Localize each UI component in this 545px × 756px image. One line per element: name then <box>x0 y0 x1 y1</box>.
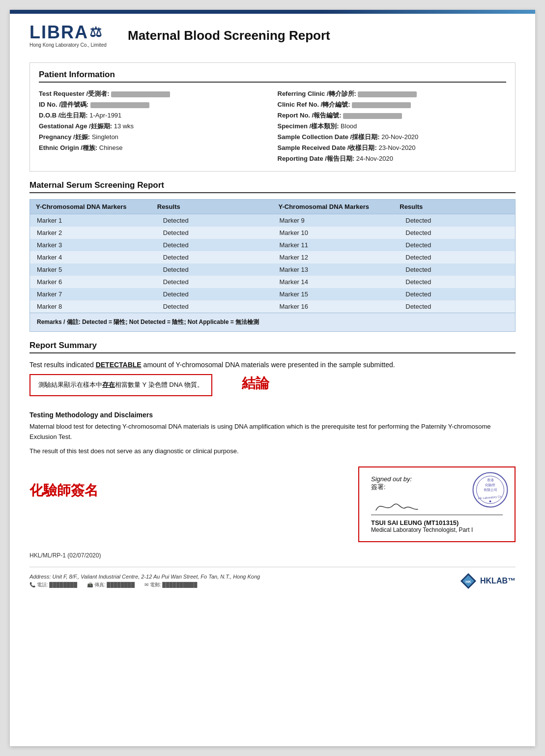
marker-row-4-col-0: Marker 5 <box>30 263 151 276</box>
header: LIBRA ⚖ Hong Kong Laboratory Co., Limite… <box>29 24 516 53</box>
sign-line <box>371 495 503 515</box>
marker-row-7-col-3: Detected <box>394 300 515 313</box>
info-row-pregnancy: Pregnancy /妊娠: Singleton <box>39 132 268 143</box>
chemist-label: 化驗師簽名 <box>29 481 98 500</box>
signature-area: 化驗師簽名 香港 化驗所 有限公司 HK Laboratory Co. Sign… <box>29 466 516 542</box>
col3-header: Y-Chromosomal DNA Markers <box>273 200 394 214</box>
marker-row-4-col-1: Detected <box>151 263 273 276</box>
info-row-sampledate: Sample Collection Date /採樣日期: 20-Nov-202… <box>278 132 507 143</box>
footer-ref: HKL/ML/RP-1 (02/07/2020) <box>29 552 516 559</box>
methodology-para2: The result of this test does not serve a… <box>29 446 516 457</box>
info-row-requester: Test Requester /受測者: <box>39 88 268 99</box>
marker-row-2-col-2: Marker 11 <box>273 239 394 251</box>
methodology-section: Testing Methodology and Disclaimers Mate… <box>29 411 516 456</box>
info-row-ethnic: Ethnic Origin /種族: Chinese <box>39 143 268 153</box>
marker-row-7-col-0: Marker 8 <box>30 300 151 313</box>
marker-row-1-col-1: Detected <box>151 227 273 239</box>
info-row-idno: ID No. /證件號碼: <box>39 99 268 110</box>
info-row-specimen: Specimen /樣本類別: Blood <box>278 121 507 132</box>
info-row-gest: Gestational Age /妊娠期: 13 wks <box>39 121 268 132</box>
footer-tel: 📞 電話: ████████ <box>29 582 77 588</box>
patient-info-title: Patient Information <box>39 70 506 83</box>
info-row-reporting: Reporting Date /報告日期: 24-Nov-2020 <box>278 153 507 164</box>
report-title: Maternal Blood Screening Report <box>128 28 330 43</box>
markers-outer: Y-Chromosomal DNA Markers Results Y-Chro… <box>29 199 516 332</box>
footer-address: Address: Unit F, 8/F., Valiant Industria… <box>29 567 516 590</box>
serum-title: Maternal Serum Screening Report <box>29 180 516 193</box>
logo-sub: Hong Kong Laboratory Co., Limited <box>29 42 107 48</box>
col2-header: Results <box>151 200 273 214</box>
markers-header-row: Y-Chromosomal DNA Markers Results Y-Chro… <box>30 200 515 214</box>
top-bar <box>10 10 535 14</box>
patient-info-grid: Test Requester /受測者: ID No. /證件號碼: D.O.B… <box>39 88 506 164</box>
address-text: Address: Unit F, 8/F., Valiant Industria… <box>29 574 260 580</box>
chinese-summary: 測驗結果顯示在樣本中存在相當數量 Y 染色體 DNA 物質。 <box>38 380 203 390</box>
marker-row-6-col-3: Detected <box>394 288 515 300</box>
remarks-row: Remarks / 備註: Detected = 陽性; Not Detecte… <box>30 313 515 331</box>
marker-row-3-col-0: Marker 4 <box>30 251 151 263</box>
marker-row-5-col-3: Detected <box>394 276 515 288</box>
marker-row-0-col-2: Marker 9 <box>273 214 394 227</box>
info-row-clinic: Referring Clinic /轉介診所: <box>278 88 507 99</box>
svg-text:有限公司: 有限公司 <box>484 488 497 492</box>
summary-text: Test results indicated DETECTABLE amount… <box>29 359 516 370</box>
marker-row-7-col-2: Marker 16 <box>273 300 394 313</box>
detectable-word: DETECTABLE <box>96 361 142 369</box>
signer-title: Medical Laboratory Technologist, Part I <box>371 526 503 533</box>
patient-info-left: Test Requester /受測者: ID No. /證件號碼: D.O.B… <box>39 88 268 164</box>
svg-text:HK: HK <box>465 580 471 584</box>
footer-fax: 📠 傳真: ████████ <box>87 582 135 588</box>
signer-name: TSUI SAI LEUNG (MT101315) <box>371 519 503 526</box>
markers-data-rows: Marker 1DetectedMarker 9DetectedMarker 2… <box>30 214 515 313</box>
sign-box: 香港 化驗所 有限公司 HK Laboratory Co. Signed out… <box>358 466 516 542</box>
svg-text:香港: 香港 <box>487 478 494 482</box>
logo-text: LIBRA ⚖ <box>29 24 103 41</box>
marker-row-5-col-2: Marker 14 <box>273 276 394 288</box>
marker-row-6-col-0: Marker 7 <box>30 288 151 300</box>
marker-row-3-col-2: Marker 12 <box>273 251 394 263</box>
screening-section: Maternal Serum Screening Report Y-Chromo… <box>29 180 516 332</box>
marker-row-5-col-0: Marker 6 <box>30 276 151 288</box>
logo-area: LIBRA ⚖ Hong Kong Laboratory Co., Limite… <box>29 24 113 48</box>
patient-info-section: Patient Information Test Requester /受測者:… <box>29 62 516 172</box>
report-summary-section: Report Summary Test results indicated DE… <box>29 341 516 403</box>
page: LIBRA ⚖ Hong Kong Laboratory Co., Limite… <box>10 10 535 746</box>
marker-row-0-col-1: Detected <box>151 214 273 227</box>
redacted-reportno <box>343 113 402 119</box>
signed-out-label: Signed out by: <box>371 475 412 483</box>
col1-header: Y-Chromosomal DNA Markers <box>30 200 151 214</box>
hklab-label: HKLAB™ <box>480 577 516 585</box>
libra-wordmark: LIBRA <box>29 24 88 41</box>
marker-row-2-col-1: Detected <box>151 239 273 251</box>
footer-contacts: 📞 電話: ████████ 📠 傳真: ████████ ✉ 電郵: ████… <box>29 582 260 588</box>
exist-underline: 存在 <box>102 381 115 388</box>
report-summary-title: Report Summary <box>29 341 516 353</box>
hklab-diamond-icon: HK <box>459 572 477 590</box>
marker-row-2-col-0: Marker 3 <box>30 239 151 251</box>
marker-row-0-col-3: Detected <box>394 214 515 227</box>
footer-email: ✉ 電郵: ██████████ <box>144 582 197 588</box>
marker-row-1-col-2: Marker 10 <box>273 227 394 239</box>
marker-row-7-col-1: Detected <box>151 300 273 313</box>
redacted-clinic <box>358 91 417 97</box>
col4-header: Results <box>394 200 515 214</box>
marker-row-4-col-2: Marker 13 <box>273 263 394 276</box>
marker-row-3-col-3: Detected <box>394 251 515 263</box>
redacted-clinicref <box>352 102 411 108</box>
marker-row-4-col-3: Detected <box>394 263 515 276</box>
marker-row-1-col-3: Detected <box>394 227 515 239</box>
info-row-dob: D.O.B /出生日期: 1-Apr-1991 <box>39 110 268 121</box>
marker-row-0-col-0: Marker 1 <box>30 214 151 227</box>
conclusion-label: 結論 <box>242 374 269 393</box>
footer-address-block: Address: Unit F, 8/F., Valiant Industria… <box>29 574 260 588</box>
info-row-reportno: Report No. /報告編號: <box>278 110 507 121</box>
hklab-logo: HK HKLAB™ <box>459 572 516 590</box>
methodology-para1: Maternal blood test for detecting Y-chro… <box>29 422 516 442</box>
marker-row-1-col-0: Marker 2 <box>30 227 151 239</box>
marker-row-2-col-3: Detected <box>394 239 515 251</box>
marker-row-5-col-1: Detected <box>151 276 273 288</box>
signature-svg <box>371 495 430 515</box>
methodology-title: Testing Methodology and Disclaimers <box>29 411 516 419</box>
info-row-clinicref: Clinic Ref No. /轉介編號: <box>278 99 507 110</box>
info-row-received: Sample Received Date /收樣日期: 23-Nov-2020 <box>278 143 507 153</box>
